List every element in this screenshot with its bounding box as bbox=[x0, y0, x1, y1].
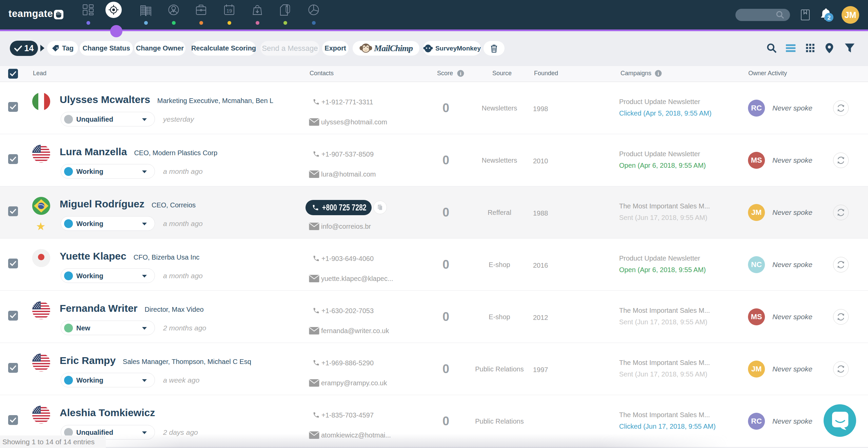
svg-text:19: 19 bbox=[226, 8, 232, 14]
svg-text:i: i bbox=[460, 71, 461, 76]
svg-text:i: i bbox=[657, 71, 659, 76]
svg-text:2: 2 bbox=[827, 15, 830, 21]
